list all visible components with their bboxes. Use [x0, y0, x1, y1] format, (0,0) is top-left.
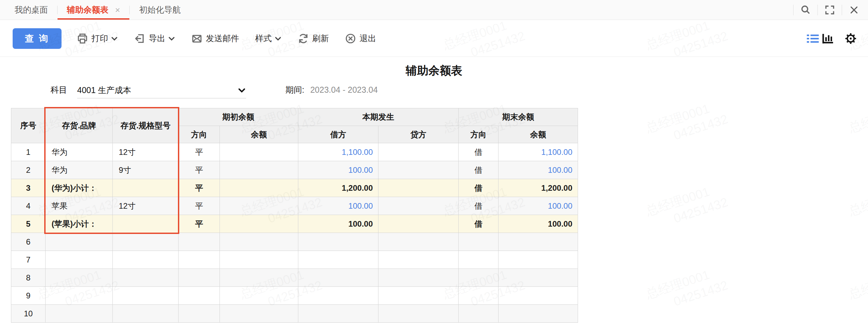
period-label: 期间: [285, 85, 304, 95]
cell-brand: 华为 [45, 143, 113, 161]
cell-credit [378, 215, 459, 233]
col-header-credit: 贷方 [378, 126, 459, 143]
query-button[interactable]: 查 询 [13, 28, 62, 49]
cell-bal_close[interactable]: 100.00 [498, 161, 578, 179]
settings-gear-icon[interactable] [843, 31, 858, 46]
table-row[interactable]: 10 [11, 305, 578, 323]
col-header-close-direction: 方向 [459, 126, 498, 143]
cell-debit[interactable]: 100.00 [298, 161, 378, 179]
cell-credit [378, 287, 459, 305]
subject-filter: 科目 4001 生产成本 [51, 83, 246, 98]
export-icon [134, 33, 145, 44]
page-title: 辅助余额表 [0, 63, 868, 78]
cell-dir_close [459, 269, 498, 287]
exit-button[interactable]: 退出 [345, 33, 376, 44]
table-row[interactable]: 2华为9寸平100.00借100.00 [11, 161, 578, 179]
tab-label: 初始化导航 [139, 4, 181, 15]
tab-label: 我的桌面 [14, 4, 48, 15]
cell-dir_open [179, 287, 220, 305]
watermark: 总经理000104251432 [847, 262, 868, 317]
subject-value: 4001 生产成本 [77, 85, 131, 96]
send-mail-button[interactable]: 发送邮件 [191, 33, 239, 44]
table-row[interactable]: 3(华为)小计：平1,200.00借1,200.00 [11, 179, 578, 197]
cell-debit [298, 233, 378, 251]
cell-bal_close[interactable]: 100.00 [498, 197, 578, 215]
cell-credit [378, 143, 459, 161]
style-label: 样式 [255, 33, 272, 44]
table-row[interactable]: 1华为12寸平1,100.00借1,100.00 [11, 143, 578, 161]
cell-credit [378, 269, 459, 287]
cell-debit [298, 269, 378, 287]
cell-bal_close[interactable]: 1,100.00 [498, 143, 578, 161]
cell-dir_open: 平 [179, 161, 220, 179]
watermark: 总经理000104251432 [644, 180, 730, 234]
print-button[interactable]: 打印 [77, 33, 118, 44]
cell-bal_open [220, 287, 298, 305]
tab-init-navigation[interactable]: 初始化导航 [130, 0, 190, 20]
cell-bal_close: 100.00 [498, 215, 578, 233]
cell-brand: 苹果 [45, 197, 113, 215]
cell-spec [113, 269, 179, 287]
chevron-down-icon [238, 87, 246, 94]
watermark: 总经理000104251432 [847, 180, 868, 234]
cell-bal_open [220, 305, 298, 323]
cell-debit [298, 305, 378, 323]
cell-debit[interactable]: 1,100.00 [298, 143, 378, 161]
table-row[interactable]: 9 [11, 287, 578, 305]
cell-dir_open [179, 251, 220, 269]
group-header-opening: 期初余额 [179, 108, 298, 126]
balance-table: 序号 存货.品牌 存货.规格型号 期初余额 本期发生 期末余额 方向 余额 借方… [11, 108, 578, 323]
cell-debit [298, 251, 378, 269]
chart-view-icon[interactable] [820, 31, 835, 46]
toolbar: 查 询 打印 [0, 20, 868, 57]
cell-dir_open [179, 233, 220, 251]
cell-no: 4 [11, 197, 45, 215]
cell-brand [45, 305, 113, 323]
tab-close-icon[interactable]: × [115, 6, 120, 14]
table-row[interactable]: 5(苹果)小计：平100.00借100.00 [11, 215, 578, 233]
cell-spec [113, 179, 179, 197]
style-button[interactable]: 样式 [255, 33, 282, 44]
cell-bal_open [220, 197, 298, 215]
exit-label: 退出 [360, 33, 376, 44]
export-button[interactable]: 导出 [134, 33, 175, 44]
cell-bal_open [220, 179, 298, 197]
tab-my-desktop[interactable]: 我的桌面 [5, 0, 57, 20]
cell-no: 1 [11, 143, 45, 161]
send-mail-label: 发送邮件 [206, 33, 239, 44]
table-row[interactable]: 7 [11, 251, 578, 269]
subject-select[interactable]: 4001 生产成本 [77, 83, 246, 98]
cell-dir_open: 平 [179, 179, 220, 197]
tab-bar: 我的桌面 辅助余额表 × 初始化导航 [0, 0, 868, 20]
period-filter: 期间: 2023.04 - 2023.04 [285, 83, 378, 97]
mail-icon [191, 33, 203, 44]
table-row[interactable]: 8 [11, 269, 578, 287]
cell-no: 2 [11, 161, 45, 179]
cell-dir_close [459, 233, 498, 251]
print-label: 打印 [91, 33, 108, 44]
watermark: 总经理000104251432 [644, 96, 730, 151]
cell-debit: 1,200.00 [298, 179, 378, 197]
cell-credit [378, 179, 459, 197]
cell-no: 5 [11, 215, 45, 233]
search-icon[interactable] [798, 3, 813, 17]
table-row[interactable]: 6 [11, 233, 578, 251]
close-icon[interactable] [847, 3, 861, 17]
cell-debit[interactable]: 100.00 [298, 197, 378, 215]
fullscreen-icon[interactable] [823, 3, 837, 17]
table-row[interactable]: 4苹果12寸平100.00借100.00 [11, 197, 578, 215]
cell-no: 9 [11, 287, 45, 305]
list-view-icon[interactable] [805, 31, 820, 46]
cell-bal_close [498, 269, 578, 287]
refresh-button[interactable]: 刷新 [298, 33, 329, 44]
tab-auxiliary-balance[interactable]: 辅助余额表 × [58, 0, 129, 20]
cell-dir_close [459, 287, 498, 305]
cell-dir_open: 平 [179, 143, 220, 161]
tab-label: 辅助余额表 [67, 4, 108, 15]
cell-brand: (苹果)小计： [45, 215, 113, 233]
cell-no: 6 [11, 233, 45, 251]
view-switcher [805, 31, 858, 46]
col-header-open-direction: 方向 [179, 126, 220, 143]
cell-bal_open [220, 233, 298, 251]
toolbar-actions: 打印 导出 [77, 33, 392, 44]
